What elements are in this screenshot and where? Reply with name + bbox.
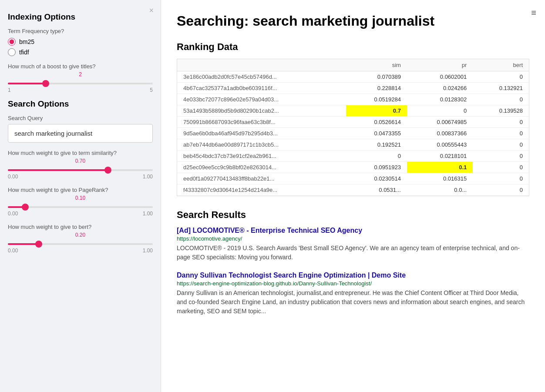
title-boost-minmax: 1 5 [8,87,153,93]
title-boost-value: 2 [8,71,153,77]
result-item: Danny Sullivan Technologist Search Engin… [177,271,529,316]
pagerank-weight-section: How much weight to give to PageRank? 0.1… [8,187,153,217]
title-boost-slider[interactable] [8,83,153,84]
cell-id: ab7eb744db6ae00d897171c1b3cb5... [177,139,346,151]
cell-sim: 0.228814 [346,83,407,94]
search-results-list: [Ad] LOCOMOTIVE® - Enterprise Technical … [177,227,529,316]
col-header-bert: bert [473,59,529,71]
pagerank-weight-label: How much weight to give to PageRank? [8,187,153,193]
pagerank-weight-value: 0.10 [8,195,153,201]
cell-sim: 0 [346,151,407,162]
result-url: https://locomotive.agency/ [177,235,529,242]
cell-sim: 0.0951923 [346,162,407,173]
cell-pr: 0.00555443 [407,139,473,151]
result-snippet: LOCOMOTIVE® - 2019 U.S. Search Awards 'B… [177,244,529,262]
bert-weight-value: 0.20 [8,232,153,238]
table-row: 4e033bc72077c896e02e579a04d03...0.051928… [177,94,529,105]
cell-bert: 0 [473,139,529,151]
col-header-sim: sim [346,59,407,71]
pagerank-weight-minmax: 0.00 1.00 [8,211,153,217]
ranking-table: sim pr bert 3e186c00adb2d0fc57e45cb57496… [177,59,529,196]
cell-pr: 0.1 [407,162,473,173]
pagerank-weight-slider[interactable] [8,206,153,208]
indexing-options-title: Indexing Options [8,12,153,22]
table-header-row: sim pr bert [177,59,529,71]
menu-icon[interactable]: ≡ [531,8,536,18]
cell-sim: 0.192521 [346,139,407,151]
radio-bm25[interactable] [8,38,16,46]
right-panel: ≡ Searching: search marketing journalist… [161,0,545,392]
radio-group-term-frequency: bm25 tfidf [8,38,153,56]
cell-sim: 0.0526614 [346,117,407,128]
cell-bert: 0.139528 [473,105,529,117]
close-button[interactable]: × [149,6,154,15]
cell-pr: 0.016315 [407,173,473,184]
cell-id: 4e033bc72077c896e02e579a04d03... [177,94,346,105]
cell-sim: 0.7 [346,105,407,117]
cell-pr: 0.024266 [407,83,473,94]
cell-pr: 0.0218101 [407,151,473,162]
term-frequency-label: Term Frequency type? [8,28,153,34]
cell-pr: 0 [407,105,473,117]
cell-pr: 0.0602001 [407,71,473,83]
cell-bert: 0 [473,117,529,128]
cell-sim: 0.0473355 [346,128,407,139]
bert-weight-label: How much weight to give to bert? [8,224,153,230]
cell-id: 53a1493b5889bd5b9d80290b1cab2... [177,105,346,117]
ranking-table-container[interactable]: sim pr bert 3e186c00adb2d0fc57e45cb57496… [177,59,529,196]
cell-id: 3e186c00adb2d0fc57e45cb57496d... [177,71,346,83]
search-results-section: Search Results [Ad] LOCOMOTIVE® - Enterp… [177,209,529,316]
cell-id: eed0f1a092770413483ff8bab22e1... [177,173,346,184]
table-row: ab7eb744db6ae00d897171c1b3cb5...0.192521… [177,139,529,151]
ranking-data-title: Ranking Data [177,41,529,53]
cell-id: f43332807c9d30641e1254d214a9e... [177,184,346,196]
bert-weight-slider[interactable] [8,243,153,245]
cell-bert: 0 [473,184,529,196]
sim-weight-label: How much weight to give to term similari… [8,150,153,156]
result-item: [Ad] LOCOMOTIVE® - Enterprise Technical … [177,227,529,262]
table-row: eed0f1a092770413483ff8bab22e1...0.023051… [177,173,529,184]
cell-pr: 0.0128302 [407,94,473,105]
result-url: https://search-engine-optimization-blog.… [177,280,529,287]
cell-pr: 0.00674985 [407,117,473,128]
table-row: d25ec09ee5cc9c9b8bf02e8263014...0.095192… [177,162,529,173]
cell-id: 750991b86687093c96faae63c3b8f... [177,117,346,128]
bert-weight-section: How much weight to give to bert? 0.20 0.… [8,224,153,254]
cell-id: beb45c4bdc37cb73e91cf2ea2b961... [177,151,346,162]
cell-bert: 0 [473,71,529,83]
cell-bert: 0 [473,173,529,184]
search-results-title: Search Results [177,209,529,221]
cell-sim: 0.070389 [346,71,407,83]
cell-bert: 0.132921 [473,83,529,94]
radio-row-tfidf[interactable]: tfidf [8,48,153,56]
radio-tfidf-label: tfidf [19,49,29,56]
sim-weight-section: How much weight to give to term similari… [8,150,153,180]
table-row: f43332807c9d30641e1254d214a9e...0.0531..… [177,184,529,196]
page-title: Searching: search marketing journalist [177,13,529,29]
cell-bert: 0 [473,128,529,139]
cell-bert: 0 [473,151,529,162]
radio-tfidf[interactable] [8,48,16,56]
radio-bm25-label: bm25 [19,38,34,45]
result-title[interactable]: Danny Sullivan Technologist Search Engin… [177,271,529,279]
sim-weight-value: 0.70 [8,158,153,164]
title-boost-section: How much of a boost to give titles? 2 1 … [8,63,153,93]
cell-pr: 0.0... [407,184,473,196]
search-input[interactable] [8,124,153,143]
result-snippet: Danny Sullivan is an American technologi… [177,288,529,316]
sim-weight-slider[interactable] [8,169,153,171]
cell-sim: 0.0230514 [346,173,407,184]
title-boost-label: How much of a boost to give titles? [8,63,153,70]
result-title[interactable]: [Ad] LOCOMOTIVE® - Enterprise Technical … [177,227,529,235]
table-row: beb45c4bdc37cb73e91cf2ea2b961...00.02181… [177,151,529,162]
radio-row-bm25[interactable]: bm25 [8,38,153,46]
left-panel: × Indexing Options Term Frequency type? … [0,0,161,392]
cell-id: d25ec09ee5cc9c9b8bf02e8263014... [177,162,346,173]
cell-sim: 0.0531... [346,184,407,196]
search-query-label: Search Query [8,115,153,121]
cell-sim: 0.0519284 [346,94,407,105]
cell-id: 4b67cac325377a1adb0be6039116f... [177,83,346,94]
col-header-id [177,59,346,71]
col-header-pr: pr [407,59,473,71]
search-options-title: Search Options [8,99,153,109]
